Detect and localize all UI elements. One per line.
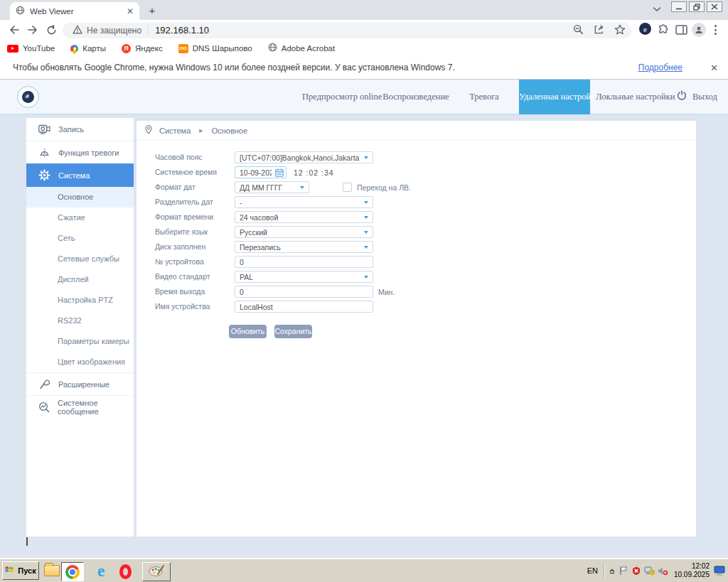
breadcrumb-section[interactable]: Система [159, 126, 191, 135]
sidebar-item-advanced[interactable]: Расширенные [26, 372, 134, 395]
device-name-input[interactable] [235, 301, 373, 313]
bookmark-dns[interactable]: DNS DNS Шарыпово [178, 44, 252, 53]
sidebar-subitem-display[interactable]: Дисплей [26, 269, 134, 290]
start-button[interactable]: Пуск [2, 561, 39, 580]
sidebar-item-label: Системное сообщение [58, 399, 134, 416]
explorer-icon[interactable] [43, 562, 61, 579]
system-time-value[interactable]: 12 :02 :34 [294, 168, 334, 177]
share-icon[interactable] [594, 24, 604, 37]
zoom-icon[interactable] [573, 24, 584, 37]
show-hidden-icons-chevron[interactable] [609, 566, 616, 575]
select-value: Русский [240, 228, 267, 237]
logout-button[interactable]: Выход [677, 80, 717, 114]
logout-time-input[interactable] [235, 286, 373, 298]
form-row-device-name: Имя устройства [136, 301, 696, 313]
bookmark-label: Яндекс [135, 44, 163, 53]
form-row-time-format: Формат времени 24 часовой [136, 211, 696, 223]
yandex-icon: Я [122, 44, 131, 53]
date-separator-select[interactable]: - [235, 196, 373, 208]
chevron-down-icon[interactable] [653, 4, 661, 14]
browser-tab[interactable]: Web Viewer ✕ [10, 2, 139, 20]
minimize-button[interactable] [671, 1, 687, 12]
sidebar-item-label: Расширенные [58, 380, 109, 389]
disk-full-select[interactable]: Перезапись [235, 241, 373, 253]
back-icon[interactable] [7, 23, 21, 37]
time-format-select[interactable]: 24 часовой [235, 211, 373, 223]
restore-button[interactable] [689, 1, 705, 12]
security-label[interactable]: Не защищено [87, 26, 141, 36]
sidebar-subitem-net-services[interactable]: Сетевые службы [26, 249, 134, 269]
chrome-taskbar-button[interactable] [61, 562, 84, 581]
sidebar-item-alarm-function[interactable]: Функция тревоги [26, 141, 134, 163]
video-standard-select[interactable]: PAL [235, 271, 373, 283]
device-number-input[interactable] [235, 256, 373, 268]
bookmark-label: Карты [82, 44, 106, 53]
bookmark-youtube[interactable]: YouTube [7, 44, 55, 53]
browser-toolbar: Не защищено 192.168.1.10 e [0, 20, 728, 41]
infobar-close-icon[interactable]: ✕ [710, 63, 718, 73]
extensions-puzzle-icon[interactable] [658, 24, 669, 36]
tab-close-icon[interactable]: ✕ [127, 7, 134, 16]
language-indicator[interactable]: EN [587, 566, 598, 575]
tab-local-settings[interactable]: Локльные настройки [596, 80, 667, 114]
security-alert-icon[interactable] [631, 566, 641, 576]
bookmark-acrobat[interactable]: Adobe Acrobat [268, 43, 335, 54]
sidebar-subitem-ptz[interactable]: Настройка PTZ [26, 290, 134, 311]
save-button[interactable]: Сохранить [274, 325, 312, 338]
profile-avatar[interactable] [692, 23, 706, 37]
sidebar-item-label: Функция тревоги [58, 149, 119, 157]
sidebar-item-record[interactable]: Запись [26, 118, 134, 141]
action-center-flag-icon[interactable] [619, 566, 628, 576]
sidebar-subitem-general[interactable]: Основное [26, 187, 134, 208]
extension-e-icon[interactable]: e [639, 23, 651, 35]
opera-icon[interactable] [115, 562, 135, 581]
tab-preview-online[interactable]: Предпросмотр online [302, 80, 382, 114]
gear-icon [38, 169, 50, 181]
sidebar-subitem-compression[interactable]: Сжатие [26, 208, 134, 228]
sidebar-subitem-rs232[interactable]: RS232 [26, 311, 134, 331]
internet-explorer-icon[interactable]: e [91, 562, 111, 581]
network-status-icon[interactable]: ? [644, 566, 655, 576]
paint-taskbar-button[interactable] [142, 562, 171, 581]
sidebar-item-system[interactable]: Система [26, 163, 134, 187]
close-button[interactable] [707, 1, 722, 12]
bookmark-star-icon[interactable] [614, 24, 626, 37]
sidebar-subitem-network[interactable]: Сеть [26, 228, 134, 249]
tab-remote-settings[interactable]: Удаленная настройка [519, 80, 590, 114]
volume-muted-icon[interactable] [658, 566, 668, 576]
new-tab-button[interactable]: + [146, 5, 158, 16]
reload-icon[interactable] [44, 23, 58, 37]
clock-time: 12:02 [674, 562, 710, 571]
bookmark-yandex[interactable]: Я Яндекс [122, 44, 163, 53]
menu-kebab-icon[interactable] [714, 25, 717, 35]
forward-icon[interactable] [26, 23, 40, 37]
bookmark-label: YouTube [23, 44, 55, 53]
refresh-button[interactable]: Обновить [229, 325, 267, 338]
show-desktop-icon[interactable] [714, 566, 725, 576]
language-select[interactable]: Русский [235, 226, 373, 238]
field-label: Формат времени [155, 212, 233, 221]
field-label: Диск заполнен [155, 242, 233, 251]
infobar-details-link[interactable]: Подробнее [638, 63, 682, 72]
field-label: Видео стандарт [155, 272, 233, 281]
alarm-icon [38, 147, 50, 158]
sidebar-subitem-camera-params[interactable]: Параметры камеры [26, 331, 134, 352]
dst-checkbox[interactable] [343, 183, 352, 192]
sidebar-item-system-message[interactable]: Системное сообщение [26, 395, 134, 418]
paint-icon [148, 564, 165, 579]
bookmark-maps[interactable]: Карты [70, 44, 106, 53]
date-format-select[interactable]: ДД ММ ГГГГ [235, 181, 309, 193]
chevron-down-icon [364, 246, 368, 249]
sidebar-subitem-image-color[interactable]: Цвет изображения [26, 352, 134, 372]
address-bar[interactable]: Не защищено 192.168.1.10 [63, 23, 631, 38]
timezone-select[interactable]: [UTC+07:00]Bangkok,Hanoi,Jakarta [235, 151, 373, 163]
form-row-timezone: Часовой пояс [UTC+07:00]Bangkok,Hanoi,Ja… [136, 151, 696, 163]
tray-clock[interactable]: 12:02 10.09.2025 [674, 562, 710, 579]
infobar-message: Чтобы обновлять Google Chrome, нужна Win… [13, 63, 455, 72]
logout-label: Выход [692, 92, 717, 102]
tab-alarm[interactable]: Тревога [461, 80, 508, 114]
side-panel-icon[interactable] [675, 25, 687, 35]
url-text[interactable]: 192.168.1.10 [155, 25, 209, 36]
tab-playback[interactable]: Воспроизведение [382, 80, 450, 114]
calendar-icon[interactable] [275, 168, 284, 179]
